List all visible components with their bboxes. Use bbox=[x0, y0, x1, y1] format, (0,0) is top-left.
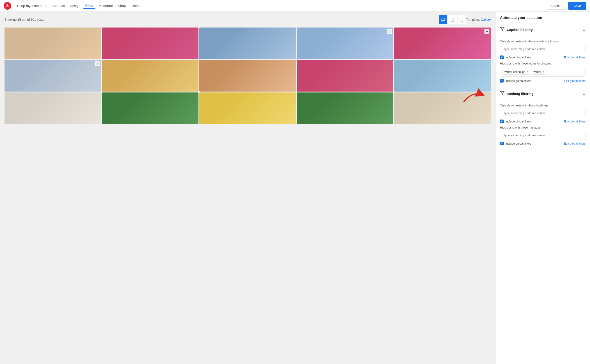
only-show-caption-label: Only show posts with these words or phra… bbox=[500, 40, 585, 43]
photo-grid: ⬜ ▶ ⬜ bbox=[5, 27, 491, 124]
nav-actions: Cancel Save bbox=[547, 2, 586, 10]
hashtag-checkbox-left-1: Include global filters bbox=[500, 120, 531, 123]
caption-filter-section: Caption filtering ▲ Only show posts with… bbox=[495, 23, 590, 87]
nav-step-connect[interactable]: Connect bbox=[51, 3, 67, 9]
caption-filter-title: Caption filtering bbox=[500, 27, 533, 32]
svg-rect-2 bbox=[451, 18, 454, 21]
posts-count: Showing 15 out of 101 posts bbox=[5, 18, 439, 21]
nav-step-moderate[interactable]: Moderate bbox=[97, 3, 115, 9]
hide-tag-winter-text: winter bbox=[534, 70, 542, 73]
nav-step-design[interactable]: Design bbox=[68, 3, 82, 9]
photo-cell-12[interactable] bbox=[102, 92, 198, 124]
svg-rect-3 bbox=[461, 18, 463, 21]
view-tablet-button[interactable] bbox=[448, 15, 457, 24]
view-mobile-button[interactable] bbox=[458, 15, 466, 24]
photo-cell-15[interactable] bbox=[394, 92, 491, 124]
hashtag-filter-title: Hashtag filtering bbox=[500, 91, 533, 97]
carousel-overlay-icon: ⬜ bbox=[95, 61, 100, 66]
photo-cell-1[interactable] bbox=[5, 27, 101, 59]
caption-include-global-row-2: Include global filters Edit global filte… bbox=[500, 79, 585, 83]
hide-hashtag-label: Hide posts with these hashtags bbox=[500, 126, 585, 129]
app-name: Shop my Insta ✎ bbox=[17, 4, 43, 8]
hashtag-filter-body: Only show posts with these hashtags Incl… bbox=[495, 100, 590, 150]
hide-tag-winter-remove[interactable]: × bbox=[542, 70, 544, 73]
svg-marker-4 bbox=[500, 27, 504, 31]
hide-tag-winter-collection: winter collection × bbox=[502, 69, 530, 75]
photo-cell-8[interactable] bbox=[199, 60, 296, 91]
caption-checkbox-left-1: Include global filters bbox=[500, 55, 531, 59]
nav-step-shop[interactable]: Shop bbox=[116, 3, 128, 9]
template-link[interactable]: Gallery bbox=[481, 18, 491, 21]
hashtag-edit-global-link-2[interactable]: Edit global filters bbox=[564, 142, 585, 145]
only-show-caption-input[interactable] bbox=[500, 45, 585, 53]
hashtag-include-global-label-1: Include global filters bbox=[506, 120, 531, 123]
nav-step-embed[interactable]: Embed bbox=[129, 3, 143, 9]
caption-filter-icon bbox=[500, 27, 505, 32]
caption-edit-global-link-1[interactable]: Edit global filters bbox=[564, 56, 585, 59]
caption-edit-global-link-2[interactable]: Edit global filters bbox=[564, 79, 585, 83]
nav-step-filter[interactable]: Filter bbox=[84, 3, 95, 9]
app-name-text: Shop my Insta bbox=[17, 4, 39, 8]
cancel-button[interactable]: Cancel bbox=[547, 2, 566, 10]
toolbar-row: Showing 15 out of 101 posts Template: Ga… bbox=[5, 15, 491, 24]
hashtag-edit-global-link-1[interactable]: Edit global filters bbox=[564, 120, 585, 123]
hide-tag-winter: winter × bbox=[532, 69, 546, 75]
hashtag-filter-section: Hashtag filtering ▲ Only show posts with… bbox=[495, 87, 590, 150]
hashtag-include-global-label-2: Include global filters bbox=[506, 142, 531, 145]
caption-filter-header[interactable]: Caption filtering ▲ bbox=[495, 23, 590, 36]
caption-include-global-label-1: Include global filters bbox=[506, 56, 531, 59]
edit-app-icon[interactable]: ✎ bbox=[40, 4, 43, 8]
caption-filter-body: Only show posts with these words or phra… bbox=[495, 36, 590, 87]
breadcrumb-sep-1: › bbox=[13, 3, 15, 8]
caption-include-global-checkbox-2[interactable] bbox=[500, 79, 504, 83]
caption-include-global-row-1: Include global filters Edit global filte… bbox=[500, 55, 585, 59]
hide-caption-tags-area[interactable]: winter collection × winter × bbox=[500, 67, 585, 77]
template-prefix: Template: bbox=[466, 18, 481, 21]
photo-cell-9[interactable] bbox=[297, 60, 393, 91]
hashtag-filter-header[interactable]: Hashtag filtering ▲ bbox=[495, 87, 590, 100]
photo-cell-14[interactable] bbox=[297, 92, 393, 124]
photo-cell-11[interactable] bbox=[5, 92, 101, 124]
svg-rect-1 bbox=[441, 18, 445, 20]
hashtag-include-global-checkbox-1[interactable] bbox=[500, 120, 504, 123]
only-show-hashtag-input[interactable] bbox=[500, 109, 585, 117]
hashtag-include-global-checkbox-2[interactable] bbox=[500, 142, 504, 145]
hide-caption-label: Hide posts with these words or phrases bbox=[500, 62, 585, 65]
photo-cell-10[interactable] bbox=[394, 60, 491, 91]
video-overlay-icon: ⬜ bbox=[387, 29, 392, 34]
hashtag-checkbox-left-2: Include global filters bbox=[500, 142, 531, 145]
view-toggle bbox=[439, 15, 466, 24]
hide-tag-winter-collection-text: winter collection bbox=[505, 70, 525, 73]
photo-cell-7[interactable] bbox=[102, 60, 198, 91]
photo-cell-5[interactable]: ▶ bbox=[394, 27, 491, 59]
top-nav: S › Shop my Insta ✎ › Connect Design Fil… bbox=[0, 0, 590, 12]
left-panel: Showing 15 out of 101 posts Template: Ga… bbox=[0, 12, 495, 364]
main-layout: Showing 15 out of 101 posts Template: Ga… bbox=[0, 12, 590, 364]
logo: S bbox=[4, 2, 11, 10]
hashtag-include-global-row-1: Include global filters Edit global filte… bbox=[500, 120, 585, 123]
photo-cell-3[interactable] bbox=[199, 27, 296, 59]
hashtag-filter-icon bbox=[500, 91, 505, 97]
template-label: Template: Gallery bbox=[466, 18, 491, 21]
automate-header: Automate your selection bbox=[495, 12, 590, 23]
hashtag-include-global-row-2: Include global filters Edit global filte… bbox=[500, 142, 585, 145]
save-button[interactable]: Save bbox=[568, 2, 586, 10]
photo-cell-6[interactable]: ⬜ bbox=[5, 60, 101, 91]
svg-marker-5 bbox=[500, 91, 504, 95]
hashtag-chevron-icon: ▲ bbox=[582, 92, 585, 96]
photo-cell-2[interactable] bbox=[102, 27, 198, 59]
photo-cell-4[interactable]: ⬜ bbox=[297, 27, 393, 59]
caption-chevron-icon: ▲ bbox=[582, 28, 585, 32]
caption-filter-label: Caption filtering bbox=[507, 28, 533, 32]
hashtag-filter-label: Hashtag filtering bbox=[507, 92, 533, 96]
hide-hashtag-input[interactable] bbox=[500, 131, 585, 139]
caption-include-global-checkbox-1[interactable] bbox=[500, 55, 504, 59]
only-show-hashtag-label: Only show posts with these hashtags bbox=[500, 104, 585, 107]
caption-include-global-label-2: Include global filters bbox=[506, 79, 531, 83]
logo-letter: S bbox=[6, 4, 9, 8]
play-overlay-icon: ▶ bbox=[485, 29, 489, 34]
right-panel: Automate your selection Caption filterin… bbox=[495, 12, 590, 364]
view-desktop-button[interactable] bbox=[439, 15, 447, 24]
hide-tag-winter-collection-remove[interactable]: × bbox=[527, 70, 528, 73]
photo-cell-13[interactable] bbox=[199, 92, 296, 124]
